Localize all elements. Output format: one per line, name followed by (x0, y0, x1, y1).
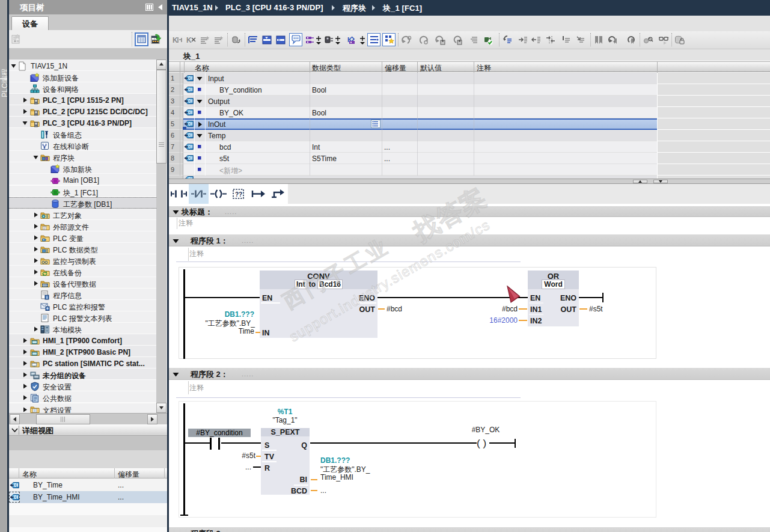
svg-text:K: K (173, 36, 178, 44)
svg-text:K: K (186, 36, 192, 44)
svg-text:??: ?? (235, 191, 242, 198)
